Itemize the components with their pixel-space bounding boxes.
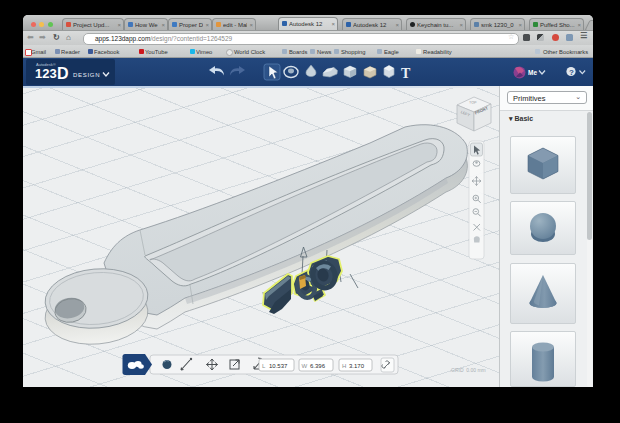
svg-text:123: 123 (35, 66, 57, 81)
svg-text:D: D (57, 65, 69, 82)
svg-text:TOP: TOP (469, 101, 477, 105)
svg-text:Me: Me (528, 69, 537, 76)
svg-text:10.537: 10.537 (269, 363, 288, 369)
svg-text:T: T (401, 66, 411, 81)
svg-text:W: W (302, 363, 308, 369)
svg-text:H: H (342, 363, 346, 369)
svg-text:DESIGN: DESIGN (73, 72, 100, 78)
svg-text:3.170: 3.170 (349, 363, 365, 369)
svg-text:GRID 0.00 mm: GRID 0.00 mm (451, 367, 486, 373)
svg-text:?: ? (569, 68, 574, 77)
svg-text:6.396: 6.396 (310, 363, 326, 369)
